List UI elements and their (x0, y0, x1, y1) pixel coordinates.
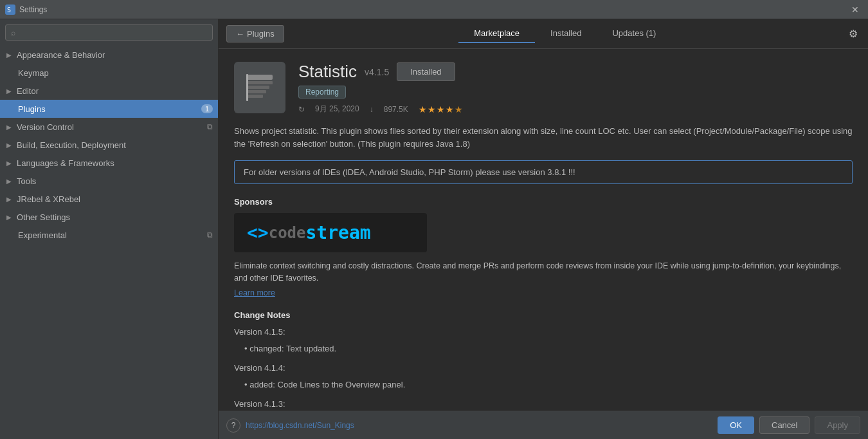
arrow-icon: ▶ (6, 124, 15, 131)
tab-marketplace[interactable]: Marketplace (458, 24, 535, 43)
bottom-bar: ? https://blog.csdn.net/Sun_Kings OK Can… (219, 411, 868, 439)
copy-icon: ⧉ (207, 230, 213, 239)
sidebar-item-label: Keymap (18, 68, 49, 78)
nav-tabs: Marketplace Installed Updates (1) (289, 24, 841, 43)
plugin-name: Statistic (298, 62, 357, 82)
plugin-icon (234, 62, 285, 113)
close-button[interactable]: ✕ (847, 5, 863, 15)
sidebar-item-jrebel[interactable]: ▶ JRebel & XRebel (0, 190, 218, 208)
title-bar: S Settings ✕ (0, 0, 868, 19)
tab-installed[interactable]: Installed (535, 24, 597, 43)
arrow-icon: ▶ (6, 196, 15, 203)
plugin-downloads: 897.5K (384, 105, 408, 114)
back-arrow-icon: ← (236, 29, 244, 39)
sidebar-item-editor[interactable]: ▶ Editor (0, 82, 218, 100)
sidebar-item-label: JRebel & XRebel (17, 194, 80, 204)
change-notes-content: Version 4.1.5: • changed: Text updated. … (234, 325, 853, 411)
installed-button[interactable]: Installed (397, 62, 455, 81)
plugin-meta: ↻ 9月 25, 2020 ↓ 897.5K ★★★★★ (298, 104, 853, 115)
back-button[interactable]: ← Plugins (226, 25, 284, 42)
ok-button[interactable]: OK (718, 416, 754, 434)
plugin-stars: ★★★★★ (419, 104, 464, 115)
sidebar-item-label: Experimental (18, 230, 67, 240)
bracket-right: > (258, 224, 269, 242)
plugin-info: Statistic v4.1.5 Installed Reporting ↻ 9… (298, 62, 853, 115)
arrow-icon: ▶ (6, 142, 15, 149)
help-button[interactable]: ? (226, 418, 240, 433)
sidebar-item-plugins[interactable]: Plugins 1 (0, 100, 218, 118)
sidebar-item-label: Version Control (17, 122, 74, 132)
sidebar-item-tools[interactable]: ▶ Tools (0, 172, 218, 190)
plugin-version: v4.1.5 (365, 67, 389, 77)
arrow-icon: ▶ (6, 178, 15, 185)
sidebar-item-appearance[interactable]: ▶ Appearance & Behavior (0, 46, 218, 64)
top-bar: ← Plugins Marketplace Installed Updates … (219, 19, 868, 49)
svg-text:S: S (7, 6, 11, 14)
sidebar: ⌕ ▶ Appearance & Behavior Keymap ▶ Edito… (0, 19, 219, 439)
version-413: Version 4.1.3: (234, 397, 853, 411)
sidebar-item-label: Other Settings (17, 212, 70, 222)
sponsor-link[interactable]: Learn more (234, 288, 853, 297)
sidebar-item-label: Plugins (18, 104, 46, 114)
plugin-header: Statistic v4.1.5 Installed Reporting ↻ 9… (234, 62, 853, 115)
app-icon: S (5, 5, 15, 15)
change-notes-title: Change Notes (234, 310, 853, 320)
codestream-logo: < > code stream (247, 222, 371, 243)
search-box[interactable]: ⌕ (5, 24, 213, 41)
sponsor-banner: < > code stream (234, 213, 427, 252)
svg-rect-6 (247, 90, 266, 93)
bracket-left: < (247, 224, 258, 242)
plugin-content: Statistic v4.1.5 Installed Reporting ↻ 9… (219, 49, 868, 411)
sidebar-item-languages[interactable]: ▶ Languages & Frameworks (0, 154, 218, 172)
search-icon: ⌕ (11, 28, 15, 37)
sidebar-item-version-control[interactable]: ▶ Version Control ⧉ (0, 118, 218, 136)
sidebar-item-label: Languages & Frameworks (17, 158, 114, 168)
status-url: https://blog.csdn.net/Sun_Kings (246, 421, 712, 430)
sidebar-item-label: Editor (17, 86, 39, 96)
plugins-badge: 1 (201, 104, 213, 113)
warning-box: For older versions of IDEs (IDEA, Androi… (234, 160, 853, 184)
plugin-tag: Reporting (298, 86, 346, 98)
tab-updates[interactable]: Updates (1) (597, 24, 671, 43)
svg-rect-8 (246, 74, 248, 101)
sidebar-item-experimental[interactable]: Experimental ⧉ (0, 226, 218, 244)
back-button-label: Plugins (247, 29, 275, 39)
arrow-icon: ▶ (6, 88, 15, 95)
apply-button[interactable]: Apply (815, 416, 860, 434)
svg-rect-3 (247, 75, 273, 80)
code-text: code (269, 224, 306, 242)
title-bar-text: Settings (19, 5, 847, 14)
cancel-button[interactable]: Cancel (759, 416, 809, 434)
change-item-414-0: • added: Code Lines to the Overview pane… (244, 378, 853, 392)
sidebar-items: ▶ Appearance & Behavior Keymap ▶ Editor … (0, 43, 218, 439)
arrow-icon: ▶ (6, 160, 15, 167)
svg-rect-4 (247, 81, 273, 84)
svg-rect-5 (247, 86, 269, 89)
sidebar-item-label: Build, Execution, Deployment (17, 140, 126, 150)
sidebar-item-keymap[interactable]: Keymap (0, 64, 218, 82)
sponsors-title: Sponsors (234, 197, 853, 207)
arrow-icon: ▶ (6, 51, 15, 59)
gear-button[interactable]: ⚙ (846, 25, 860, 42)
sidebar-item-build[interactable]: ▶ Build, Execution, Deployment (0, 136, 218, 154)
svg-rect-7 (247, 95, 263, 98)
version-415: Version 4.1.5: (234, 325, 853, 339)
plugin-description: Shows project statistic. This plugin sho… (234, 125, 853, 150)
stream-text: stream (306, 222, 371, 243)
sidebar-item-label: Appearance & Behavior (17, 50, 105, 60)
plugin-date: 9月 25, 2020 (315, 104, 359, 115)
sponsor-desc: Eliminate context switching and costly d… (234, 260, 853, 285)
sidebar-item-label: Tools (17, 176, 36, 186)
plugin-title-row: Statistic v4.1.5 Installed (298, 62, 853, 82)
version-414: Version 4.1.4: (234, 361, 853, 375)
sidebar-item-other[interactable]: ▶ Other Settings (0, 208, 218, 226)
copy-icon: ⧉ (207, 122, 213, 131)
search-input[interactable] (19, 28, 207, 37)
change-item-415-0: • changed: Text updated. (244, 342, 853, 356)
refresh-icon: ↻ (298, 105, 305, 114)
content-area: ← Plugins Marketplace Installed Updates … (219, 19, 868, 439)
arrow-icon: ▶ (6, 214, 15, 221)
download-icon: ↓ (370, 105, 374, 114)
